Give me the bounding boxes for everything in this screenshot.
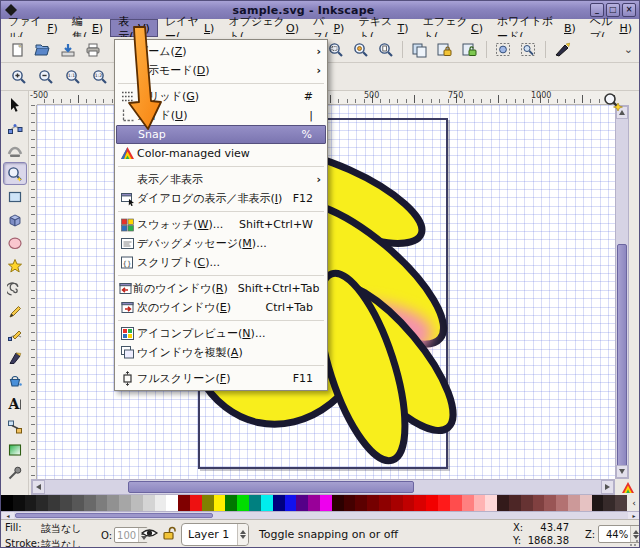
menu-item-display-mode[interactable]: 表示モード(D)› — [116, 61, 326, 80]
palette-swatch[interactable] — [497, 495, 509, 511]
node-tool-button[interactable] — [3, 116, 27, 139]
menu-item-grid[interactable]: グリッド(G)# — [116, 87, 326, 106]
palette-swatch[interactable] — [261, 495, 273, 511]
palette-swatch[interactable] — [450, 495, 462, 511]
palette-scroll-right[interactable]: ▸ — [628, 512, 640, 519]
menu-item-scripts[interactable]: {}スクリプト(C)... — [116, 253, 326, 272]
menu-item-previous-window[interactable]: 前のウインドウ(R)Shift+Ctrl+Tab — [116, 279, 326, 298]
new-doc-button[interactable] — [5, 39, 30, 61]
palette-swatch[interactable] — [344, 495, 356, 511]
pen-tool-button[interactable] — [3, 323, 27, 346]
palette-swatch[interactable] — [60, 495, 72, 511]
selector-tool-button[interactable] — [3, 93, 27, 116]
horizontal-scroll-thumb[interactable] — [128, 481, 414, 493]
palette-swatch[interactable] — [1, 495, 13, 511]
fill-value[interactable]: 該当なし — [41, 522, 93, 536]
palette-swatch[interactable] — [72, 495, 84, 511]
palette-swatch[interactable] — [509, 495, 521, 511]
palette-swatch[interactable] — [426, 495, 438, 511]
gradient-tool-button[interactable] — [3, 438, 27, 461]
palette-swatch[interactable] — [237, 495, 249, 511]
pencil-tool-button[interactable] — [3, 300, 27, 323]
palette-swatch[interactable] — [107, 495, 119, 511]
menu-item-icon-preview[interactable]: アイコンプレビュー(N)... — [116, 324, 326, 343]
horizontal-scrollbar[interactable] — [31, 479, 615, 495]
menubar-item-path[interactable]: パス(P) — [306, 19, 351, 37]
calligraphy-tool-button[interactable] — [3, 346, 27, 369]
zoom-1-2-button[interactable]: 1:2 — [87, 66, 112, 88]
palette-swatch[interactable] — [155, 495, 167, 511]
palette-swatch[interactable] — [166, 495, 178, 511]
menu-item-zoom[interactable]: ズーム(Z)› — [116, 42, 326, 61]
zoom-drawing-button[interactable] — [348, 39, 373, 61]
dropper-tool-button[interactable] — [3, 461, 27, 484]
menu-item-color-managed-view[interactable]: Color-managed view — [116, 144, 326, 163]
vertical-scrollbar[interactable] — [615, 105, 629, 479]
menu-item-show-hide[interactable]: 表示／非表示› — [116, 170, 326, 189]
palette-swatch[interactable] — [143, 495, 155, 511]
palette-swatch[interactable] — [36, 495, 48, 511]
duplicate-button[interactable] — [407, 39, 432, 61]
palette-scroll-thumb[interactable] — [15, 513, 213, 518]
save-button[interactable] — [55, 39, 80, 61]
menubar-item-effects[interactable]: エフェクト(C) — [416, 19, 490, 37]
menubar-item-file[interactable]: ファイル(F) — [1, 19, 65, 37]
palette-swatch[interactable] — [580, 495, 592, 511]
zoom-out-button[interactable] — [33, 66, 58, 88]
text-tool-button[interactable]: A — [3, 392, 27, 415]
palette-swatch[interactable] — [202, 495, 214, 511]
palette-swatch[interactable] — [225, 495, 237, 511]
zoom-1-1-button[interactable]: 1:1 — [60, 66, 85, 88]
palette-swatch[interactable] — [474, 495, 486, 511]
palette-swatch[interactable] — [462, 495, 474, 511]
edit-pen-button[interactable] — [550, 39, 575, 61]
zoom-tool-button[interactable] — [3, 162, 27, 185]
palette-swatch[interactable] — [603, 495, 615, 511]
palette-swatch[interactable] — [568, 495, 580, 511]
palette-swatch[interactable] — [403, 495, 415, 511]
menubar-item-object[interactable]: オブジェクト(O) — [221, 19, 306, 37]
layer-selector[interactable]: Layer 1 — [181, 523, 249, 546]
find-button[interactable] — [516, 39, 541, 61]
select-original-button[interactable] — [491, 39, 516, 61]
menu-item-next-window[interactable]: 次のウインドウ(E)Ctrl+Tab — [116, 298, 326, 317]
palette-swatch[interactable] — [592, 495, 604, 511]
palette-swatch[interactable] — [379, 495, 391, 511]
scroll-left-button[interactable] — [32, 480, 45, 494]
toolbar-overflow-button[interactable]: ⌄ — [624, 43, 633, 56]
palette-swatch[interactable] — [355, 495, 367, 511]
menubar-item-layer[interactable]: レイヤー(L) — [158, 19, 222, 37]
palette-scrollbar[interactable]: ◂ ▸ — [1, 511, 640, 519]
palette-swatch[interactable] — [190, 495, 202, 511]
palette-swatch[interactable] — [391, 495, 403, 511]
menubar-item-whiteboard[interactable]: ホワイトボード(B) — [490, 19, 583, 37]
menu-item-duplicate-window[interactable]: ウインドウを複製(A) — [116, 343, 326, 362]
layer-lock-icon[interactable] — [161, 525, 177, 541]
palette-swatch[interactable] — [13, 495, 25, 511]
menu-item-swatches[interactable]: スウォッチ(W)...Shift+Ctrl+W — [116, 215, 326, 234]
palette-more-button[interactable]: ‹ — [627, 495, 640, 511]
stroke-value[interactable]: 該当なし — [41, 538, 93, 548]
open-button[interactable] — [30, 39, 55, 61]
palette-swatch[interactable] — [556, 495, 568, 511]
clone-button[interactable] — [432, 39, 457, 61]
palette-swatch[interactable] — [84, 495, 96, 511]
connector-tool-button[interactable] — [3, 415, 27, 438]
palette-swatch[interactable] — [48, 495, 60, 511]
menubar-item-edit[interactable]: 編集(E) — [65, 19, 110, 37]
palette-swatch[interactable] — [521, 495, 533, 511]
palette-swatch[interactable] — [320, 495, 332, 511]
palette-swatch[interactable] — [131, 495, 143, 511]
menu-item-guides[interactable]: ガイド(U)| — [116, 106, 326, 125]
vertical-ruler[interactable] — [29, 105, 37, 479]
palette-swatch[interactable] — [25, 495, 37, 511]
palette-swatch[interactable] — [414, 495, 426, 511]
palette-swatch[interactable] — [533, 495, 545, 511]
palette-swatch[interactable] — [119, 495, 131, 511]
palette-swatch[interactable] — [367, 495, 379, 511]
menu-item-snap[interactable]: Snap% — [116, 125, 326, 144]
scroll-down-button[interactable] — [616, 465, 628, 478]
tweak-tool-button[interactable] — [3, 139, 27, 162]
color-managed-display-button[interactable] — [619, 480, 637, 495]
menubar-item-view[interactable]: 表示(V) — [110, 19, 158, 37]
